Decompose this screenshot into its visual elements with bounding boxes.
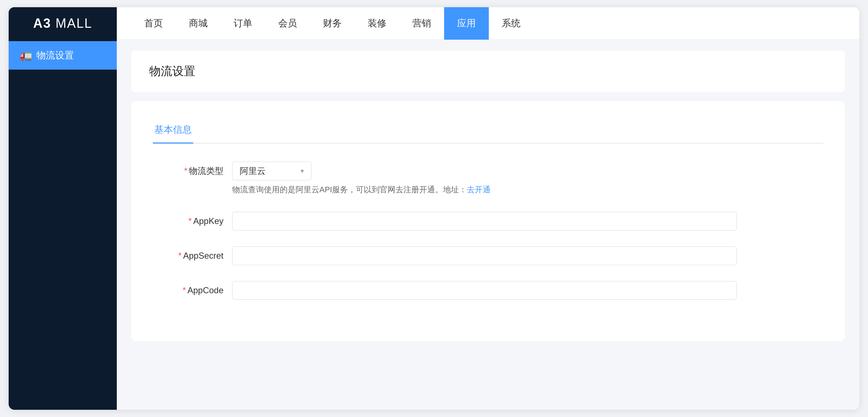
required-mark-appsecret: *: [178, 251, 182, 260]
nav-item-marketing[interactable]: 营销: [399, 7, 444, 40]
app-container: A3 MALL 🚛 物流设置 首页 商城 订单 会员 财务 装修 营销 应用 系…: [9, 7, 859, 410]
form-row-appcode: *AppCode: [153, 281, 823, 300]
nav-item-member[interactable]: 会员: [265, 7, 310, 40]
page-header: 物流设置: [131, 51, 845, 92]
nav-item-system[interactable]: 系统: [489, 7, 533, 40]
nav-item-order[interactable]: 订单: [221, 7, 265, 40]
top-nav: 首页 商城 订单 会员 财务 装修 营销 应用 系统: [117, 7, 859, 40]
tab-section: 基本信息: [153, 119, 823, 144]
nav-item-decor[interactable]: 装修: [355, 7, 399, 40]
tab-basic-info[interactable]: 基本信息: [153, 119, 193, 144]
page-title: 物流设置: [149, 63, 827, 79]
required-mark-appkey: *: [189, 216, 192, 226]
appkey-field: [232, 212, 737, 231]
logistics-type-field: 阿里云 ▾ 物流查询使用的是阿里云API服务，可以到官网去注册开通。地址：去开通: [232, 162, 737, 196]
chevron-down-icon: ▾: [301, 167, 304, 175]
appsecret-field: [232, 246, 737, 265]
sidebar-item-logistics[interactable]: 🚛 物流设置: [9, 41, 117, 70]
page-content: 物流设置 基本信息 *物流类型 阿里云 ▾: [117, 40, 859, 410]
form-card: 基本信息 *物流类型 阿里云 ▾ 物流查询使用的是阿里云API服务，可以到官网去…: [131, 101, 845, 341]
sidebar-item-label: 物流设置: [36, 49, 74, 62]
logistics-type-label: *物流类型: [153, 162, 232, 180]
main-content: 首页 商城 订单 会员 财务 装修 营销 应用 系统 物流设置 基本信息: [117, 7, 859, 410]
sidebar-menu: 🚛 物流设置: [9, 41, 117, 70]
logo: A3 MALL: [33, 16, 92, 31]
nav-item-app[interactable]: 应用: [444, 7, 489, 40]
appcode-label: *AppCode: [153, 281, 232, 300]
appkey-input[interactable]: [232, 212, 737, 231]
appcode-input[interactable]: [232, 281, 737, 300]
nav-item-finance[interactable]: 财务: [310, 7, 355, 40]
sidebar-logo: A3 MALL: [9, 7, 117, 40]
logistics-type-select[interactable]: 阿里云 ▾: [232, 162, 311, 180]
logistics-type-hint: 物流查询使用的是阿里云API服务，可以到官网去注册开通。地址：去开通: [232, 183, 737, 196]
appsecret-input[interactable]: [232, 246, 737, 265]
appcode-field: [232, 281, 737, 300]
form-row-appsecret: *AppSecret: [153, 246, 823, 265]
nav-item-home[interactable]: 首页: [131, 7, 176, 40]
form-row-logistics-type: *物流类型 阿里云 ▾ 物流查询使用的是阿里云API服务，可以到官网去注册开通。…: [153, 162, 823, 196]
hint-link[interactable]: 去开通: [467, 185, 491, 194]
form-row-appkey: *AppKey: [153, 212, 823, 231]
appkey-label: *AppKey: [153, 212, 232, 231]
truck-icon: 🚛: [19, 49, 32, 61]
sidebar: A3 MALL 🚛 物流设置: [9, 7, 117, 410]
appsecret-label: *AppSecret: [153, 246, 232, 265]
logistics-type-value: 阿里云: [240, 165, 266, 177]
nav-item-shop[interactable]: 商城: [176, 7, 221, 40]
required-mark-appcode: *: [183, 285, 186, 295]
required-mark: *: [184, 166, 187, 176]
